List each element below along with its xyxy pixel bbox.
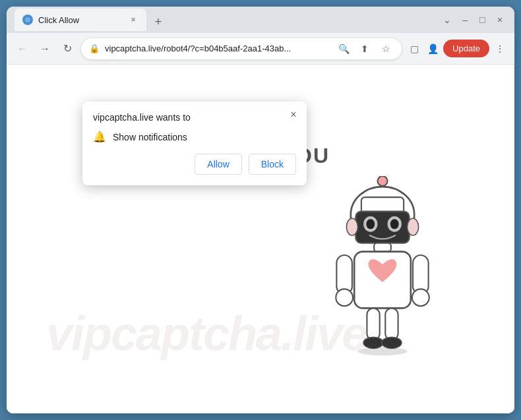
new-tab-button[interactable]: + — [149, 13, 168, 31]
back-button[interactable]: ← — [13, 40, 32, 58]
tab-favicon: ⊙ — [22, 15, 33, 25]
svg-point-7 — [366, 219, 375, 229]
forward-button[interactable]: → — [36, 40, 54, 58]
svg-point-20 — [382, 337, 402, 348]
nav-bar: ← → ↻ 🔒 vipcaptcha.live/robot4/?c=b04b5a… — [7, 33, 514, 65]
menu-icon[interactable]: ⋮ — [492, 41, 508, 57]
popup-close-button[interactable]: × — [286, 107, 301, 123]
svg-point-19 — [363, 337, 383, 348]
url-text: vipcaptcha.live/robot4/?c=b04b5aaf-2aa1-… — [105, 44, 330, 53]
tab-area: ⊙ Click Allow × + — [15, 9, 434, 31]
svg-point-10 — [408, 218, 419, 235]
window-close-button[interactable]: × — [493, 12, 506, 28]
right-controls: ▢ 👤 Update ⋮ — [406, 40, 508, 57]
svg-point-14 — [336, 289, 353, 306]
content-area: vipcaptcha.live — [7, 65, 514, 413]
svg-rect-18 — [385, 308, 398, 340]
tab-title: Click Allow — [38, 15, 123, 25]
svg-rect-13 — [336, 255, 352, 294]
split-view-icon[interactable]: ▢ — [406, 41, 422, 57]
popup-permission-row: 🔔 Show notifications — [93, 131, 296, 143]
notification-popup: × vipcaptcha.live wants to 🔔 Show notifi… — [82, 102, 307, 185]
profile-icon[interactable]: 👤 — [425, 41, 441, 57]
bookmark-icon[interactable]: ☆ — [378, 41, 394, 57]
permission-text: Show notifications — [113, 132, 187, 142]
tab-close-button[interactable]: × — [128, 15, 138, 25]
browser-window: ⊙ Click Allow × + ⌄ – □ × ← → ↻ 🔒 vipcap… — [7, 7, 514, 413]
svg-rect-11 — [374, 243, 391, 252]
minimize-button[interactable]: – — [459, 12, 472, 28]
share-icon[interactable]: ⬆ — [357, 41, 373, 57]
lock-icon: 🔒 — [89, 44, 100, 53]
svg-rect-17 — [367, 308, 379, 340]
bell-icon: 🔔 — [93, 131, 106, 143]
address-bar[interactable]: 🔒 vipcaptcha.live/robot4/?c=b04b5aaf-2aa… — [80, 38, 402, 60]
allow-button[interactable]: Allow — [195, 154, 241, 175]
svg-point-9 — [346, 218, 357, 235]
maximize-button[interactable]: □ — [475, 12, 489, 28]
title-bar-controls: ⌄ – □ × — [439, 12, 506, 28]
popup-title: vipcaptcha.live wants to — [93, 112, 296, 123]
refresh-button[interactable]: ↻ — [58, 40, 77, 58]
block-button[interactable]: Block — [249, 154, 296, 175]
popup-actions: Allow Block — [93, 154, 296, 175]
svg-point-21 — [358, 347, 408, 355]
chevron-down-icon[interactable]: ⌄ — [439, 12, 455, 28]
active-tab[interactable]: ⊙ Click Allow × — [15, 9, 146, 31]
svg-point-8 — [390, 219, 399, 229]
title-bar: ⊙ Click Allow × + ⌄ – □ × — [7, 7, 514, 33]
svg-point-16 — [412, 289, 429, 306]
search-icon[interactable]: 🔍 — [336, 41, 352, 57]
svg-point-1 — [378, 176, 388, 186]
svg-rect-15 — [413, 255, 429, 294]
update-button[interactable]: Update — [443, 40, 489, 57]
robot-illustration — [310, 176, 475, 387]
